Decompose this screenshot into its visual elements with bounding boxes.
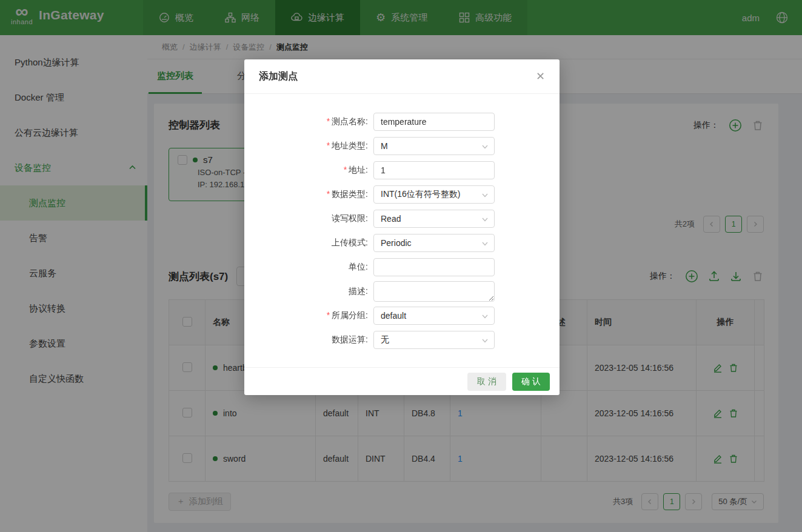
field-label: *所属分组:: [244, 310, 373, 321]
group-select[interactable]: default: [373, 307, 495, 325]
select-value: Periodic: [381, 238, 412, 248]
field-label: *测点名称:: [244, 116, 373, 127]
field-data-operation: 数据运算: 无: [244, 328, 560, 352]
field-label: *数据类型:: [244, 189, 373, 200]
add-point-modal: 添加测点 ✕ *测点名称: *地址类型: M *地址: *数据类型: INT(1…: [244, 59, 560, 395]
required-asterisk: *: [327, 116, 330, 126]
field-label: 数据运算:: [244, 334, 373, 345]
chevron-down-icon: [481, 143, 489, 150]
required-asterisk: *: [327, 141, 330, 150]
address-type-select[interactable]: M: [373, 137, 495, 155]
select-value: M: [381, 141, 388, 151]
chevron-down-icon: [481, 240, 489, 247]
description-textarea[interactable]: [373, 281, 495, 302]
field-unit: 单位:: [244, 255, 560, 279]
required-asterisk: *: [344, 165, 347, 175]
field-group: *所属分组: default: [244, 304, 560, 328]
field-address-type: *地址类型: M: [244, 134, 560, 158]
field-label: 读写权限:: [244, 213, 373, 224]
chevron-down-icon: [481, 313, 489, 320]
close-icon[interactable]: ✕: [536, 71, 545, 82]
data-type-select[interactable]: INT(16位有符号整数): [373, 185, 495, 204]
field-address: *地址:: [244, 158, 560, 182]
select-value: 无: [381, 334, 389, 345]
field-data-type: *数据类型: INT(16位有符号整数): [244, 182, 560, 207]
required-asterisk: *: [327, 310, 330, 320]
field-upload-mode: 上传模式: Periodic: [244, 231, 560, 255]
chevron-down-icon: [481, 216, 489, 223]
field-label: 描述:: [244, 286, 373, 297]
required-asterisk: *: [327, 189, 330, 199]
field-label: 单位:: [244, 262, 373, 273]
field-rw-permission: 读写权限: Read: [244, 207, 560, 231]
point-name-input[interactable]: [373, 113, 495, 131]
field-description: 描述:: [244, 279, 560, 304]
data-operation-select[interactable]: 无: [373, 331, 495, 349]
cancel-button[interactable]: 取 消: [467, 373, 506, 391]
unit-input[interactable]: [373, 258, 495, 276]
field-point-name: *测点名称:: [244, 110, 560, 134]
field-label: *地址:: [244, 165, 373, 176]
upload-mode-select[interactable]: Periodic: [373, 234, 495, 252]
select-value: INT(16位有符号整数): [381, 189, 460, 200]
address-input[interactable]: [373, 161, 495, 179]
rw-permission-select[interactable]: Read: [373, 210, 495, 228]
confirm-button[interactable]: 确 认: [512, 373, 550, 391]
modal-title: 添加测点: [259, 70, 298, 83]
chevron-down-icon: [481, 191, 489, 199]
field-label: 上传模式:: [244, 238, 373, 248]
select-value: default: [381, 311, 406, 321]
field-label: *地址类型:: [244, 141, 373, 151]
select-value: Read: [381, 214, 401, 224]
chevron-down-icon: [481, 337, 489, 344]
